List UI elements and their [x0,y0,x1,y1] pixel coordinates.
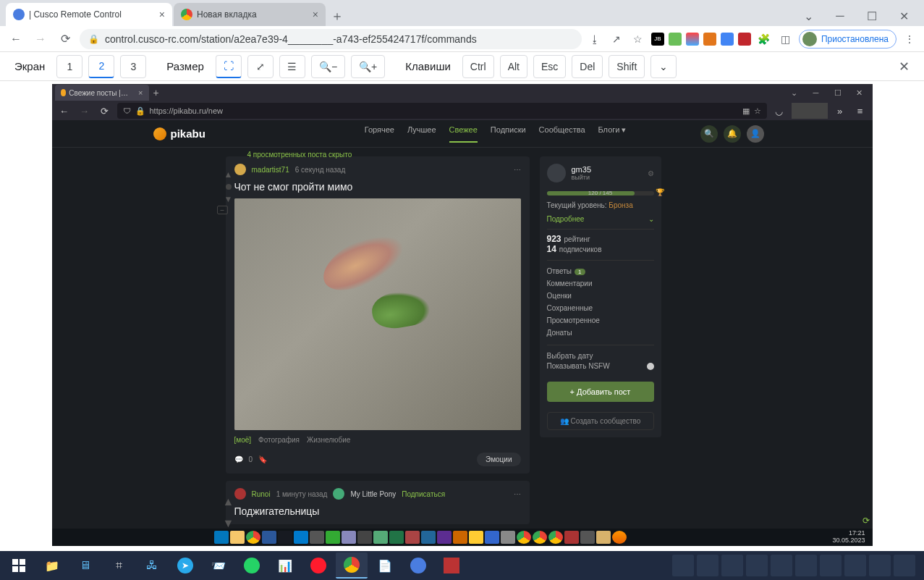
community-name[interactable]: My Little Pony [350,490,396,498]
logout-link[interactable]: выйти [572,174,592,181]
bookmark-icon[interactable]: ☆ [754,106,761,116]
tb-app-icon[interactable] [501,531,515,544]
settings-button[interactable]: ☰ [279,55,305,78]
ext-metamask-icon[interactable] [703,33,716,46]
create-community-button[interactable]: 👥 Создать сообщество [547,412,654,430]
reader-icon[interactable]: ▦ [742,106,750,116]
nav-communities[interactable]: Сообщества [539,125,585,143]
reload-icon[interactable]: ⟳ [55,29,75,49]
tb-app-icon[interactable] [485,531,499,544]
ext-abp-icon[interactable] [738,33,751,46]
menu-saved[interactable]: Сохраненные [547,302,654,314]
remote-clock[interactable]: 17:21 30.05.2023 [832,530,869,545]
close-icon[interactable]: × [138,88,143,97]
bell-icon[interactable]: 🔔 [724,125,741,143]
tb-notepad-icon[interactable] [342,531,356,544]
mail-icon[interactable]: 📨 [203,552,234,579]
hidden-posts-label[interactable]: 4 просмотренных поста скрыто [247,151,352,159]
tb-app-icon[interactable] [373,531,388,544]
ext-colorpicker-icon[interactable] [686,33,699,46]
minimize-icon[interactable]: ─ [826,6,855,26]
menu-comments[interactable]: Комментарии [547,277,654,290]
app-icon[interactable] [436,552,467,579]
more-link[interactable]: Подробнее⌄ [547,215,654,223]
tb-explorer-icon[interactable] [230,531,245,544]
collapse-button[interactable]: – [217,206,228,214]
nav-blogs[interactable]: Блоги ▾ [598,125,627,143]
ff-overflow-icon[interactable]: » [832,103,848,119]
downvote-icon[interactable]: ▼ [224,194,233,204]
post-image[interactable] [234,198,521,430]
maximize-icon[interactable]: ☐ [857,6,886,26]
pick-date[interactable]: Выбрать дату [547,350,654,362]
post-title[interactable]: Чот не смог пройти мимо [234,181,521,193]
tb-firefox-icon[interactable] [612,531,627,544]
opera-icon[interactable] [302,552,334,579]
pocket-icon[interactable]: ◡ [771,103,787,119]
fit-button[interactable]: ⛶ [216,55,242,78]
nav-best[interactable]: Лучшее [407,125,436,143]
menu-answers[interactable]: Ответы1 [547,265,654,277]
close-icon[interactable]: ✕ [849,85,870,101]
profile-chip[interactable]: Приостановлена [799,30,897,49]
tb-app-icon[interactable] [453,531,467,544]
cusco-icon[interactable] [402,552,434,579]
minimize-icon[interactable]: ─ [806,85,826,101]
search-icon[interactable]: 🔍 [700,125,718,143]
tb-yandex-icon[interactable] [469,531,483,544]
screen-1-button[interactable]: 1 [56,55,82,78]
back-icon[interactable]: ← [6,29,26,49]
del-button[interactable]: Del [572,55,603,78]
tag-mine[interactable]: [моё] [234,436,252,444]
ff-ext-icon[interactable] [792,103,828,119]
zoom-out-button[interactable]: 🔍− [311,55,345,78]
subscribe-button[interactable]: Подписаться [402,490,445,498]
firefox-new-tab[interactable]: + [149,87,164,98]
sidepanel-icon[interactable]: ◫ [777,30,794,48]
chrome-taskbar-icon[interactable] [336,552,368,579]
nav-subs[interactable]: Подписки [491,125,526,143]
calc-icon[interactable]: ⌗ [103,552,135,579]
chevron-down-icon[interactable]: ⌄ [794,6,823,26]
community-icon[interactable] [333,488,344,500]
menu-donations[interactable]: Донаты [547,327,654,339]
menu-ratings[interactable]: Оценки [547,290,654,302]
menu-icon[interactable]: ⋮ [901,30,918,48]
add-post-button[interactable]: + Добавить пост [547,382,654,402]
ff-back-icon[interactable]: ← [56,103,72,119]
chrome-tab-newtab[interactable]: Новая вкладка × [174,3,326,26]
app-icon[interactable]: 🖧 [136,552,168,579]
zoom-in-button[interactable]: 🔍+ [351,55,385,78]
close-icon[interactable]: × [159,9,165,20]
user-avatar[interactable] [547,164,566,182]
ff-reload-icon[interactable]: ⟳ [97,103,113,119]
whatsapp-icon[interactable] [236,552,268,579]
tb-app-icon[interactable] [596,531,611,544]
excel-icon[interactable]: 📊 [269,552,301,579]
ff-forward-icon[interactable]: → [77,103,93,119]
upvote-icon[interactable]: ▲ [223,495,234,508]
post-menu-icon[interactable]: ⋯ [514,490,521,498]
remote-desktop-icon[interactable]: 🖥 [69,552,101,579]
fullscreen-button[interactable]: ⤢ [247,55,274,78]
address-bar[interactable]: 🔒 control.cusco-rc.com/station/a2ea7e39-… [80,29,582,49]
new-tab-button[interactable]: ＋ [327,6,347,26]
share-icon[interactable]: ↗ [608,30,625,48]
post-menu-icon[interactable]: ⋯ [514,166,521,174]
screen-3-button[interactable]: 3 [120,55,146,78]
close-session-button[interactable]: ✕ [899,59,910,75]
tb-chrome-icon[interactable] [548,531,563,544]
tb-app-icon[interactable] [421,531,436,544]
tb-chrome-icon[interactable] [533,531,547,544]
tag-photo[interactable]: Фотография [258,436,300,444]
esc-button[interactable]: Esc [533,55,566,78]
tag-life[interactable]: Жизнелюбие [307,436,350,444]
tb-excel-icon[interactable] [389,531,404,544]
install-icon[interactable]: ⭳ [586,30,603,48]
comment-icon[interactable]: 💬 [234,455,243,463]
remote-screen[interactable]: Свежие посты | Пикабу × + ⌄ ─ ☐ ✕ ← → ⟳ … [52,84,873,546]
close-icon[interactable]: ✕ [889,6,918,26]
firefox-address-bar[interactable]: 🛡 🔒 https://pikabu.ru/new ▦ ☆ [117,103,767,119]
post-title[interactable]: Поджигательницы [234,505,521,517]
firefox-tab[interactable]: Свежие посты | Пикабу × [55,85,149,101]
